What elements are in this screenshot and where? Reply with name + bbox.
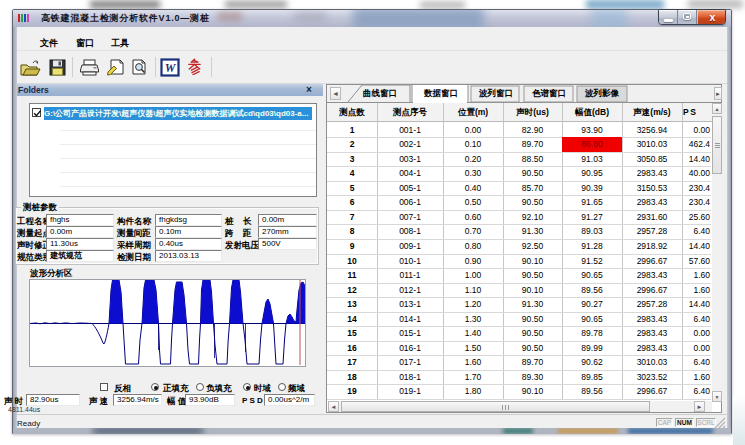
svg-text:W: W [165,61,177,75]
